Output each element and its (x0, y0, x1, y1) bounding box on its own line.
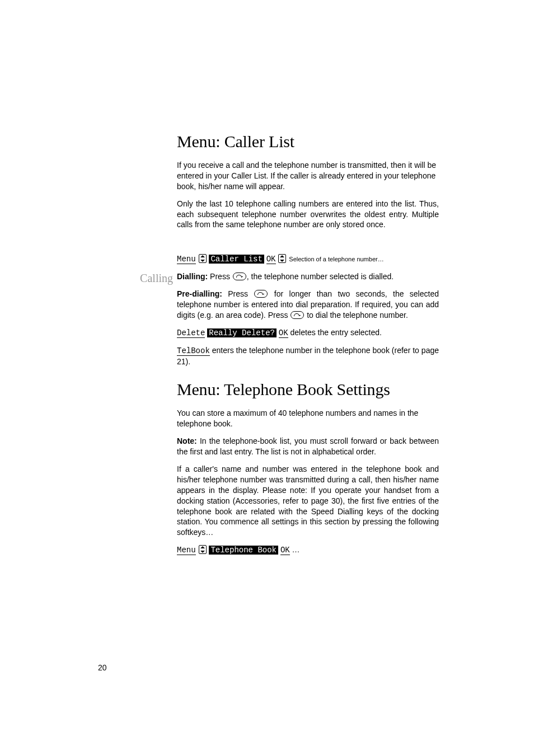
predialling-line: Pre-dialling: Press for longer than two … (177, 289, 439, 321)
softkey-menu: Menu (177, 546, 196, 555)
calling-sequence: Menu Caller List OK Selection of a telep… (177, 253, 439, 265)
delete-line: Delete Really Delete? OK deletes the ent… (177, 327, 439, 339)
softkey-ok: OK (266, 255, 276, 264)
softkey-menu: Menu (177, 255, 196, 264)
caller-list-para1: If you receive a call and the telephone … (177, 160, 439, 192)
telbook-tail: enters the telephone number in the telep… (177, 346, 439, 366)
dialling-label: Dialling: (177, 272, 208, 281)
dialling-line: Dialling: Press , the telephone number s… (177, 271, 439, 282)
telbook-sequence: Menu Telephone Book OK … (177, 544, 439, 556)
telbook-para3: If a caller's name and number was entere… (177, 464, 439, 538)
page: Calling Menu: Caller List If you receive… (0, 0, 534, 756)
note-label: Note: (177, 436, 197, 445)
delete-tail: deletes the entry selected. (288, 328, 382, 337)
telbook-note: Note: In the telephone-book list, you mu… (177, 436, 439, 457)
updown-icon (199, 545, 207, 554)
call-key-icon (291, 311, 304, 319)
softkey-ok: OK (280, 546, 290, 555)
call-key-icon (233, 273, 246, 280)
call-key-icon (254, 290, 268, 298)
heading-caller-list: Menu: Caller List (177, 132, 439, 151)
telbook-line: TelBook enters the telephone number in t… (177, 345, 439, 367)
softkey-telbook: TelBook (177, 346, 210, 356)
softkey-really-delete: Really Delete? (207, 328, 277, 337)
updown-icon (199, 254, 207, 263)
telbook-para1: You can store a maximum of 40 telephone … (177, 408, 439, 429)
updown-icon (278, 254, 286, 263)
page-number: 20 (98, 663, 107, 672)
note-body: In the telephone-book list, you must scr… (177, 436, 439, 456)
trail-text: Selection of a telephone number… (289, 256, 383, 262)
side-heading-calling: Calling (140, 272, 173, 285)
content-column: Menu: Caller List If you receive a call … (177, 132, 439, 562)
softkey-telephone-book: Telephone Book (209, 546, 278, 555)
softkey-ok: OK (279, 328, 288, 338)
predialling-label: Pre-dialling: (177, 289, 222, 298)
softkey-caller-list: Caller List (209, 255, 264, 264)
softkey-delete: Delete (177, 328, 205, 338)
trail-dots: … (292, 545, 300, 554)
predial-post: to dial the telephone number. (305, 311, 407, 320)
heading-telbook-settings: Menu: Telephone Book Settings (177, 380, 439, 399)
dialling-text: , the telephone number selected is diall… (247, 272, 394, 281)
caller-list-para2: Only the last 10 telephone calling numbe… (177, 199, 439, 231)
